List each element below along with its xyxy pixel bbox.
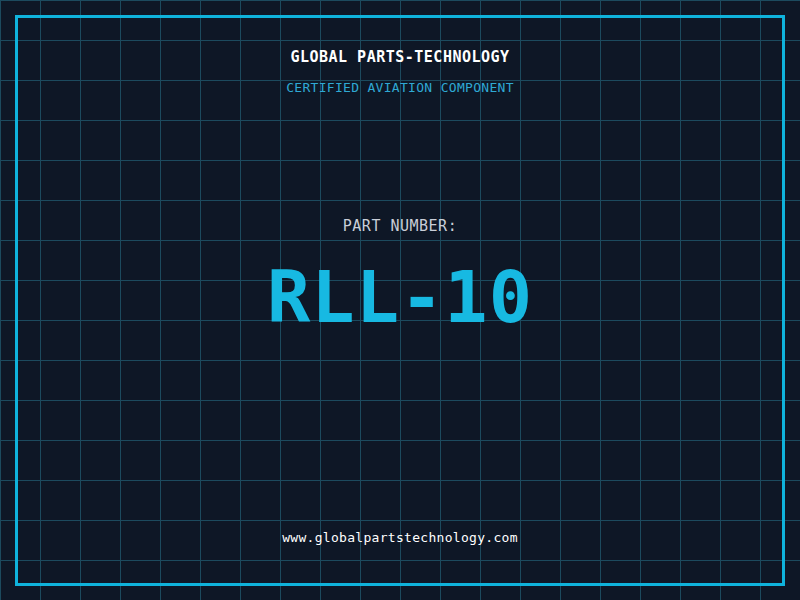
brand-title: GLOBAL PARTS-TECHNOLOGY [0, 50, 800, 65]
certificate-screen: GLOBAL PARTS-TECHNOLOGY CERTIFIED AVIATI… [0, 0, 800, 600]
part-number-value: RLL-10 [0, 261, 800, 333]
certification-subtitle: CERTIFIED AVIATION COMPONENT [0, 81, 800, 94]
website-url: www.globalpartstechnology.com [0, 531, 800, 544]
part-number-label: PART NUMBER: [0, 219, 800, 234]
